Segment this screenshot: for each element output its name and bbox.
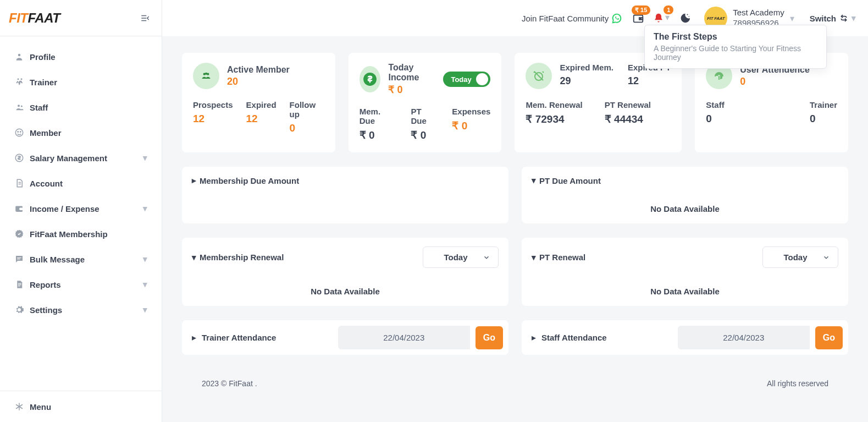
stat-value: 12 xyxy=(628,75,671,87)
panel-toggle[interactable]: ▾ PT Due Amount xyxy=(522,167,848,194)
brand-at: AT xyxy=(44,10,60,26)
sidebar-item-label: Trainer xyxy=(30,78,57,87)
chevron-down-icon: ▾ xyxy=(852,13,856,23)
select-value: Today xyxy=(444,253,467,262)
stat-label: Follow up xyxy=(290,100,324,119)
sidebar-item-trainer[interactable]: Trainer xyxy=(7,69,155,95)
period-select[interactable]: Today xyxy=(423,246,499,268)
sidebar-collapse-icon[interactable] xyxy=(140,13,151,23)
message-icon xyxy=(14,254,30,265)
svg-point-27 xyxy=(689,17,689,17)
card-value: 20 xyxy=(227,76,290,87)
svg-point-14 xyxy=(21,209,22,210)
brand-logo[interactable]: FIT FA AT xyxy=(9,10,60,26)
onboarding-popover: The First Steps A Beginner's Guide to St… xyxy=(644,25,827,69)
sidebar-item-settings[interactable]: Settings ▾ xyxy=(7,297,155,322)
account-name: Test Academy xyxy=(733,8,784,18)
card-title: Today Income xyxy=(388,63,435,83)
panel-toggle[interactable]: ▾ PT Renewal Today xyxy=(522,238,848,277)
sidebar-item-label: FitFaat Membership xyxy=(30,229,108,239)
svg-line-34 xyxy=(534,72,535,73)
caret-right-icon[interactable]: ▸ xyxy=(192,332,196,343)
stat-value: ₹ 0 xyxy=(360,129,398,141)
stat-value: 29 xyxy=(560,75,613,87)
svg-rect-16 xyxy=(17,259,20,259)
panel-toggle[interactable]: ▾ Membership Renewal Today xyxy=(182,238,508,277)
date-input[interactable] xyxy=(338,326,470,349)
card-active-member[interactable]: Active Member 20 Prospects12 Expired12 F… xyxy=(182,53,335,152)
panel-staff-attendance: ▸ Staff Attendance Go xyxy=(522,320,848,355)
empty-state: No Data Available xyxy=(182,277,508,306)
community-label: Join FitFaat Community xyxy=(522,14,609,23)
sidebar-item-label: Account xyxy=(30,179,63,188)
smile-icon xyxy=(14,127,30,138)
switch-label: Switch xyxy=(810,14,836,23)
chevron-down-icon: ▾ xyxy=(143,305,147,315)
svg-point-3 xyxy=(18,54,21,57)
date-input[interactable] xyxy=(678,326,810,349)
sidebar-item-salary[interactable]: Salary Management ▾ xyxy=(7,145,155,171)
community-link[interactable]: Join FitFaat Community xyxy=(522,12,623,24)
svg-line-35 xyxy=(543,72,544,73)
svg-point-8 xyxy=(15,129,23,136)
sidebar-item-member[interactable]: Member xyxy=(7,120,155,145)
svg-point-5 xyxy=(21,78,23,80)
stat-value: ₹ 44434 xyxy=(605,113,651,125)
caret-down-icon: ▾ xyxy=(192,253,196,262)
wallet-badge: ₹ 15 xyxy=(632,6,650,15)
sidebar-item-menu[interactable]: Menu xyxy=(0,391,162,422)
stat-label: Staff xyxy=(706,100,724,109)
stat-label: Expired xyxy=(246,100,277,109)
notif-badge: 1 xyxy=(664,6,673,14)
person-icon xyxy=(14,51,30,62)
svg-point-10 xyxy=(20,131,21,133)
stat-label: Mem. Due xyxy=(360,107,398,125)
popover-subtitle: A Beginner's Guide to Starting Your Fitn… xyxy=(654,44,817,62)
stat-value: ₹ 0 xyxy=(411,129,439,141)
wallet-button[interactable]: ₹ 15 xyxy=(631,12,646,24)
dollar-icon xyxy=(360,66,381,92)
go-button[interactable]: Go xyxy=(815,326,843,349)
snow-icon xyxy=(14,401,30,412)
period-select[interactable]: Today xyxy=(762,246,838,268)
notifications-button[interactable]: 1 ▾ xyxy=(654,12,669,24)
period-toggle[interactable]: Today xyxy=(443,72,490,87)
go-button[interactable]: Go xyxy=(476,326,503,349)
switch-button[interactable]: Switch ▾ xyxy=(810,13,856,23)
chevron-down-icon: ▾ xyxy=(790,13,794,24)
stat-value: 12 xyxy=(193,113,233,125)
sidebar-item-label: Bulk Message xyxy=(30,255,85,264)
sidebar-item-label: Menu xyxy=(30,402,51,412)
sidebar-item-fitfaat-membership[interactable]: FitFaat Membership xyxy=(7,221,155,246)
report-icon xyxy=(14,279,30,290)
sidebar-item-income-expense[interactable]: Income / Expense ▾ xyxy=(7,196,155,221)
footer-right: All rights reserved xyxy=(767,379,828,388)
sidebar: FIT FA AT Profile Trainer Staff xyxy=(0,0,162,422)
sidebar-item-account[interactable]: Account xyxy=(7,171,155,196)
sidebar-item-bulk-message[interactable]: Bulk Message ▾ xyxy=(7,246,155,272)
svg-rect-15 xyxy=(17,257,21,258)
sidebar-item-staff[interactable]: Staff xyxy=(7,95,155,120)
panel-toggle[interactable]: ▸ Membership Due Amount xyxy=(182,167,508,194)
chevron-down-icon: ▾ xyxy=(143,279,147,289)
card-value: ₹ 0 xyxy=(388,84,435,96)
group-icon xyxy=(14,102,30,113)
members-icon xyxy=(193,63,219,89)
svg-rect-19 xyxy=(18,286,20,286)
brand-fa: FA xyxy=(28,10,45,26)
sidebar-item-reports[interactable]: Reports ▾ xyxy=(7,272,155,297)
svg-rect-17 xyxy=(18,283,21,284)
chevron-down-icon xyxy=(483,254,490,261)
caret-right-icon[interactable]: ▸ xyxy=(532,332,536,343)
verified-icon xyxy=(14,228,30,239)
popover-title: The First Steps xyxy=(654,32,817,42)
svg-point-30 xyxy=(205,73,207,75)
card-today-income[interactable]: Today Income ₹ 0 Today Mem. Due₹ 0 PT Du… xyxy=(349,53,502,152)
card-title: Active Member xyxy=(227,65,290,75)
sidebar-item-profile[interactable]: Profile xyxy=(7,44,155,69)
footer: 2023 © FitFaat . All rights reserved xyxy=(182,369,848,398)
bell-icon xyxy=(653,12,664,24)
panel-membership-due: ▸ Membership Due Amount xyxy=(182,167,508,223)
theme-toggle[interactable] xyxy=(677,12,692,24)
stat-label: Expired Mem. xyxy=(560,63,613,72)
